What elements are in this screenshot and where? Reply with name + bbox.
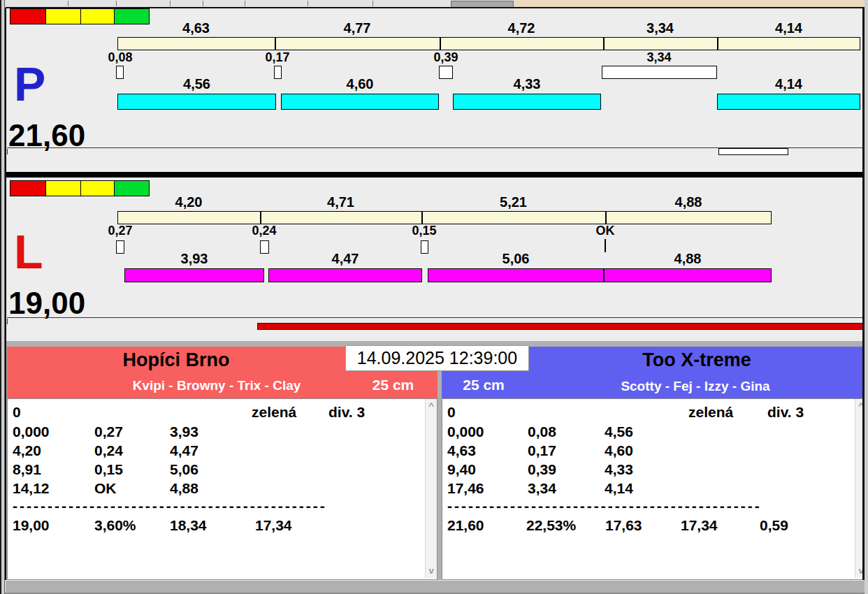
- strip-divider: [203, 1, 203, 6]
- run-time-bar: [268, 268, 422, 282]
- crossing-time-label: 0,27: [92, 224, 148, 237]
- leg-time-label: 3,34: [603, 21, 717, 35]
- leg-time-label: 5,21: [421, 195, 605, 209]
- cum-time-cell: 0,000: [13, 423, 50, 440]
- crossing-time-label: OK: [577, 224, 633, 237]
- split-cell: 4,56: [605, 423, 633, 440]
- team-left-name: Hopíci Brno: [7, 349, 345, 370]
- crossing-marker-wide: [602, 66, 717, 79]
- timing-app-window: 4,63 4,77 4,72 3,34 4,14 0,08 0,17 0,39 …: [0, 0, 868, 594]
- leg-time-label: 4,71: [260, 195, 421, 209]
- table-separator: ----------------------------------------…: [447, 498, 762, 514]
- run-time-bar: [717, 94, 860, 110]
- team-left-scrollbar[interactable]: ^ v: [425, 399, 437, 578]
- status-light-yellow2-p: [80, 8, 115, 24]
- strip-divider: [308, 1, 308, 6]
- strip-divider: [116, 1, 117, 6]
- crossing-cell: 0,24: [94, 442, 123, 459]
- run-time-label: 3,93: [124, 252, 264, 266]
- split-cell: 4,33: [605, 461, 633, 478]
- leg-time-label: 4,77: [275, 21, 440, 35]
- faults-cell: 0: [447, 404, 456, 421]
- lane-l-letter: L: [14, 228, 43, 275]
- lane-p-sub-marker: [718, 148, 788, 155]
- split-cell: 5,06: [170, 461, 198, 478]
- crossing-time-label: 3,34: [631, 51, 687, 64]
- run-time-label: 4,56: [117, 77, 276, 91]
- leg-time-label: 4,63: [117, 21, 275, 35]
- division-cell: div. 3: [767, 404, 804, 421]
- run-time-bar: [117, 94, 276, 110]
- team-right-name: Too X-treme: [529, 349, 865, 370]
- ok-tick-marker: [605, 239, 606, 252]
- division-cell: div. 3: [328, 404, 365, 421]
- crossing-time-label: 0,17: [249, 51, 305, 64]
- leg-time-bar-p: [117, 37, 860, 50]
- summary-total-cell: 19,00: [13, 517, 50, 534]
- strip-divider: [245, 1, 245, 6]
- crossing-cell: 0,15: [94, 461, 123, 478]
- crossing-time-label: 0,15: [396, 224, 452, 237]
- team-right-results-table: [442, 398, 868, 580]
- leg-time-label: 4,72: [440, 21, 603, 35]
- status-light-yellow1-l: [45, 180, 82, 196]
- team-right-height-class: 25 cm: [442, 376, 526, 394]
- leg-time-label: 4,14: [717, 21, 860, 35]
- cum-time-cell: 8,91: [13, 461, 41, 478]
- summary-cell: 17,34: [255, 517, 292, 534]
- crossing-marker: [116, 240, 124, 254]
- summary-percent-cell: 22,53%: [526, 517, 576, 534]
- split-cell: 4,60: [605, 442, 633, 459]
- crossing-cell: OK: [94, 480, 117, 497]
- split-cell: 4,14: [605, 480, 633, 497]
- run-time-label: 4,33: [453, 77, 601, 91]
- table-separator: ----------------------------------------…: [13, 498, 327, 514]
- status-cell: zelená: [688, 404, 733, 421]
- lane-p-letter: P: [14, 60, 45, 108]
- status-light-green-l: [114, 180, 150, 196]
- crossing-cell: 0,08: [528, 423, 556, 440]
- run-time-label: 4,47: [268, 252, 422, 266]
- run-time-bar: [453, 94, 601, 110]
- datetime-display: 14.09.2025 12:39:00: [345, 345, 529, 371]
- run-time-bar: [281, 94, 439, 110]
- scrollbar-down-icon[interactable]: v: [426, 566, 437, 576]
- faults-cell: 0: [13, 404, 21, 421]
- baseline-tick: [7, 149, 8, 154]
- run-time-bar: [604, 268, 772, 282]
- run-time-bar: [124, 268, 264, 282]
- crossing-cell: 0,39: [528, 461, 556, 478]
- team-left-results-table: [7, 398, 437, 580]
- run-time-label: 4,60: [281, 77, 439, 91]
- summary-cell: 17,63: [605, 517, 642, 534]
- summary-cell: 17,34: [681, 517, 718, 534]
- run-time-label: 4,88: [605, 252, 771, 266]
- cum-time-cell: 4,20: [13, 442, 41, 459]
- team-right-lineup: Scotty - Fej - Izzy - Gina: [521, 378, 868, 395]
- team-left-height-class: 25 cm: [349, 376, 437, 394]
- window-right-edge: [865, 0, 868, 594]
- summary-total-cell: 21,60: [447, 517, 484, 534]
- lane-divider: [6, 172, 868, 178]
- scrollbar-up-icon[interactable]: ^: [426, 401, 437, 411]
- cum-time-cell: 17,46: [447, 480, 484, 497]
- run-time-bar: [428, 268, 604, 282]
- bar-segment-divider: [440, 38, 441, 50]
- panel-left-border: [5, 8, 6, 580]
- bar-segment-divider: [421, 212, 423, 224]
- strip-divider: [68, 1, 68, 6]
- status-light-red-l: [10, 180, 47, 196]
- summary-cell: 0,59: [760, 517, 788, 534]
- split-cell: 4,88: [170, 480, 198, 497]
- crossing-time-label: 0,24: [236, 224, 292, 237]
- split-cell: 3,93: [170, 423, 198, 440]
- summary-percent-cell: 3,60%: [94, 517, 136, 534]
- strip-divider: [170, 1, 171, 6]
- cum-time-cell: 9,40: [447, 461, 476, 478]
- crossing-time-label: 0,08: [92, 51, 148, 64]
- run-time-label: 5,06: [428, 252, 604, 266]
- bar-segment-divider: [605, 212, 607, 224]
- cum-time-cell: 0,000: [447, 423, 484, 440]
- bottom-strip-highlight: [6, 580, 868, 581]
- lane-l-total-time: 19,00: [8, 288, 85, 319]
